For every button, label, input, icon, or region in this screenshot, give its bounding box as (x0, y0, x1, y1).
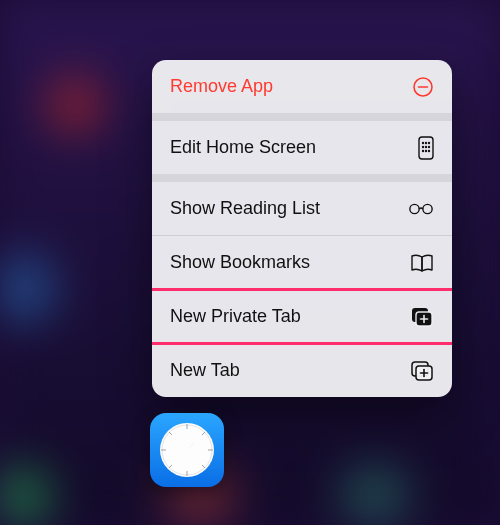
remove-icon (408, 76, 434, 98)
show-bookmarks-button[interactable]: Show Bookmarks (152, 236, 452, 289)
menu-item-label: Edit Home Screen (170, 137, 408, 158)
svg-point-9 (422, 149, 424, 151)
show-reading-list-button[interactable]: Show Reading List (152, 182, 452, 235)
svg-point-13 (423, 204, 432, 213)
menu-item-label: New Tab (170, 360, 408, 381)
menu-item-label: Show Reading List (170, 198, 408, 219)
private-tab-plus-icon (408, 306, 434, 328)
svg-point-11 (428, 149, 430, 151)
compass-icon (156, 419, 218, 481)
edit-home-screen-button[interactable]: Edit Home Screen (152, 121, 452, 174)
svg-point-7 (425, 145, 427, 147)
context-menu: Remove App Edit Home Screen Show Reading… (152, 60, 452, 397)
menu-item-label: Remove App (170, 76, 408, 97)
new-tab-button[interactable]: New Tab (152, 344, 452, 397)
svg-point-5 (428, 141, 430, 143)
svg-point-10 (425, 149, 427, 151)
menu-separator (152, 113, 452, 121)
menu-separator (152, 174, 452, 182)
safari-app-icon[interactable] (150, 413, 224, 487)
svg-point-8 (428, 145, 430, 147)
svg-point-6 (422, 145, 424, 147)
apps-icon (408, 136, 434, 160)
menu-item-label: New Private Tab (170, 306, 408, 327)
glasses-icon (408, 202, 434, 216)
tab-plus-icon (408, 360, 434, 382)
svg-point-3 (422, 141, 424, 143)
svg-point-12 (410, 204, 419, 213)
new-private-tab-button[interactable]: New Private Tab (152, 290, 452, 343)
menu-item-label: Show Bookmarks (170, 252, 408, 273)
svg-point-4 (425, 141, 427, 143)
book-icon (408, 253, 434, 273)
remove-app-button[interactable]: Remove App (152, 60, 452, 113)
